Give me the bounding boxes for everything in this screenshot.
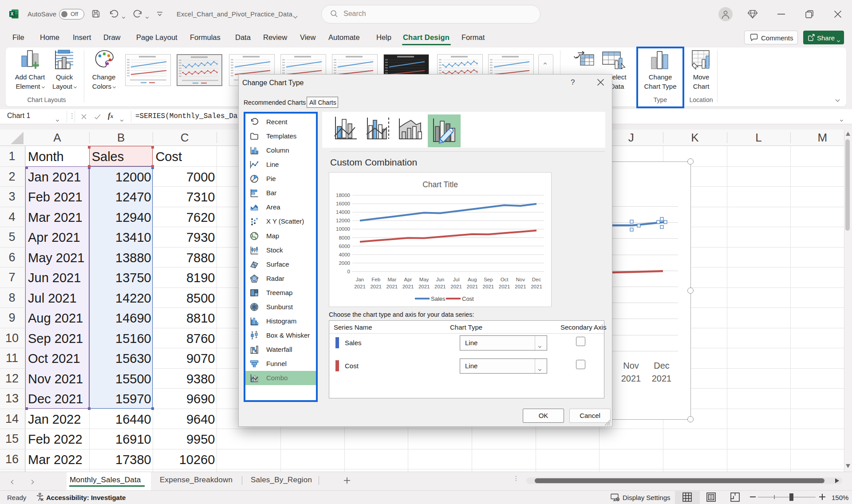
- svg-text:Jan: Jan: [356, 277, 364, 282]
- svg-text:2021: 2021: [499, 284, 510, 289]
- svg-text:Apr: Apr: [404, 277, 412, 282]
- svg-text:2021: 2021: [418, 284, 430, 289]
- svg-text:Chart Title: Chart Title: [422, 180, 458, 189]
- svg-text:2021: 2021: [467, 284, 478, 289]
- svg-text:4000: 4000: [339, 252, 350, 257]
- svg-text:10000: 10000: [336, 226, 350, 232]
- svg-text:2021: 2021: [450, 284, 462, 289]
- svg-text:Jun: Jun: [436, 277, 445, 282]
- svg-text:2021: 2021: [370, 284, 382, 289]
- svg-text:Jul: Jul: [453, 277, 460, 282]
- svg-text:14000: 14000: [336, 209, 350, 215]
- svg-text:2021: 2021: [515, 284, 526, 289]
- svg-text:Aug: Aug: [468, 277, 477, 282]
- svg-text:X: X: [11, 12, 14, 16]
- svg-text:Cost: Cost: [462, 295, 474, 302]
- svg-text:2000: 2000: [339, 260, 350, 266]
- svg-text:Sep: Sep: [484, 277, 493, 282]
- svg-text:6000: 6000: [339, 244, 350, 249]
- svg-text:Mar: Mar: [387, 277, 396, 282]
- svg-text:2021: 2021: [434, 284, 446, 289]
- svg-text:2021: 2021: [402, 284, 414, 289]
- svg-text:Feb: Feb: [371, 277, 380, 282]
- svg-text:Sales: Sales: [431, 295, 446, 302]
- svg-text:Oct: Oct: [501, 277, 509, 282]
- svg-text:12000: 12000: [336, 218, 350, 223]
- svg-text:2021: 2021: [483, 284, 494, 289]
- svg-text:16000: 16000: [336, 201, 350, 206]
- svg-text:Dec: Dec: [532, 277, 541, 282]
- svg-text:0: 0: [347, 269, 350, 274]
- svg-text:18000: 18000: [336, 193, 350, 198]
- svg-text:May: May: [419, 277, 429, 282]
- svg-text:8000: 8000: [339, 235, 350, 240]
- svg-text:2021: 2021: [387, 284, 398, 289]
- svg-text:2021: 2021: [354, 284, 366, 289]
- svg-text:2021: 2021: [531, 284, 542, 289]
- svg-text:Nov: Nov: [516, 277, 525, 282]
